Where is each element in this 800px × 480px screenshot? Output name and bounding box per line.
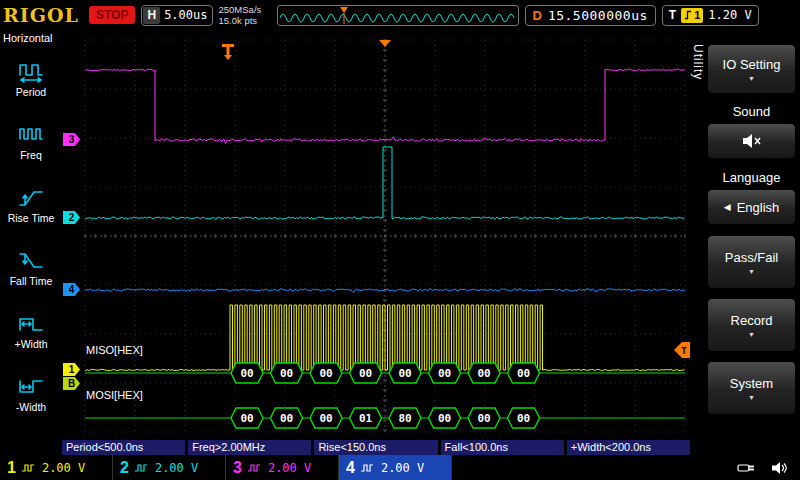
sidebar-item-plus-width[interactable]: +Width: [0, 300, 62, 363]
system-button[interactable]: System ▼: [707, 361, 796, 415]
channel-2-status[interactable]: 2 2.00 V: [113, 455, 226, 480]
channel-1-status[interactable]: 1 2.00 V: [0, 455, 113, 480]
coupling-icon: [21, 463, 35, 473]
svg-text:00: 00: [319, 367, 332, 380]
menu-column: IO Setting ▼ Sound Language ◀ English Pa…: [705, 30, 800, 440]
horizontal-measure-sidebar: Horizontal Period Freq Rise Time Fall Ti…: [0, 30, 62, 440]
miso-bus-label: MISO[HEX]: [86, 344, 143, 356]
measurement-freq[interactable]: Freq>2.00MHz: [188, 440, 311, 455]
chevron-down-icon: ▼: [748, 331, 755, 338]
io-setting-button[interactable]: IO Setting ▼: [707, 44, 796, 94]
waveform-display: 00000000000000000000000180000000T MISO[H…: [62, 30, 690, 440]
svg-text:T: T: [681, 346, 687, 356]
language-value: English: [737, 200, 780, 215]
svg-text:00: 00: [359, 367, 372, 380]
menu-title: Utility: [690, 30, 705, 440]
sidebar-item-minus-width[interactable]: -Width: [0, 363, 62, 426]
chevron-left-icon: ◀: [724, 202, 731, 212]
measurement-bar: Period<500.0ns Freq>2.00MHz Rise<150.0ns…: [62, 440, 690, 455]
measurement-fall[interactable]: Fall<100.0ns: [441, 440, 564, 455]
svg-text:00: 00: [240, 367, 253, 380]
language-button[interactable]: ◀ English: [707, 189, 796, 225]
measurement-rise[interactable]: Rise<150.0ns: [314, 440, 437, 455]
utility-menu: Utility IO Setting ▼ Sound Language ◀ En…: [690, 30, 800, 440]
pass-fail-label: Pass/Fail: [725, 250, 778, 265]
delay-value: 15.5000000us: [548, 8, 648, 23]
channel-scale: 2.00 V: [268, 461, 311, 475]
record-button[interactable]: Record ▼: [707, 298, 796, 352]
svg-text:00: 00: [438, 367, 451, 380]
coupling-icon: [247, 463, 261, 473]
delay-label: D: [533, 8, 542, 23]
sidebar-item-label: +Width: [15, 339, 48, 350]
channel-scale: 2.00 V: [381, 461, 424, 475]
trigger-source: 1: [694, 9, 700, 21]
trigger-readout[interactable]: T 1 1.20 V: [662, 5, 759, 26]
sidebar-item-freq[interactable]: Freq: [0, 111, 62, 174]
sidebar-item-label: Rise Time: [8, 213, 55, 224]
svg-text:00: 00: [319, 412, 332, 425]
sidebar-item-label: Period: [16, 87, 46, 98]
speaker-icon: [771, 461, 788, 475]
waveform-canvas: 00000000000000000000000180000000T: [62, 30, 690, 440]
acquisition-info: 250MSa/s 15.0k pts: [219, 4, 271, 27]
svg-text:01: 01: [359, 412, 373, 425]
channel-number: 1: [7, 459, 16, 477]
svg-text:00: 00: [438, 412, 451, 425]
record-label: Record: [731, 313, 773, 328]
horizontal-timebase-box[interactable]: H 5.00us: [141, 5, 212, 26]
rigol-logo: RIGOL: [3, 4, 83, 26]
trigger-label: T: [669, 8, 676, 22]
top-bar: RIGOL STOP H 5.00us 250MSa/s 15.0k pts D…: [0, 0, 800, 30]
channel-4-status[interactable]: 4 2.00 V: [339, 455, 452, 480]
sound-label: Sound: [707, 104, 796, 120]
period-icon: [16, 61, 46, 83]
preview-wave-icon: [278, 6, 518, 25]
measurement-plus-width[interactable]: +Width<200.0ns: [567, 440, 690, 455]
coupling-icon: [134, 463, 148, 473]
svg-text:00: 00: [240, 412, 253, 425]
channel-3-status[interactable]: 3 2.00 V: [226, 455, 339, 480]
sidebar-item-label: -Width: [16, 402, 46, 413]
trigger-source-chip: 1: [681, 8, 703, 23]
measurement-period[interactable]: Period<500.0ns: [62, 440, 185, 455]
system-label: System: [730, 376, 773, 391]
fall-time-icon: [16, 250, 46, 272]
svg-text:00: 00: [517, 367, 530, 380]
chevron-down-icon: ▼: [748, 75, 755, 82]
sample-rate: 250MSa/s: [219, 4, 271, 15]
waveform-preview[interactable]: [277, 5, 519, 26]
timebase-value: 5.00us: [164, 8, 207, 22]
svg-text:00: 00: [517, 412, 530, 425]
rise-time-icon: [16, 187, 46, 209]
language-label: Language: [707, 170, 796, 186]
svg-text:00: 00: [477, 412, 490, 425]
rising-edge-icon: [684, 10, 692, 20]
svg-text:80: 80: [398, 412, 411, 425]
svg-text:00: 00: [477, 367, 490, 380]
freq-icon: [16, 124, 46, 146]
svg-text:00: 00: [280, 367, 293, 380]
chevron-down-icon: ▼: [748, 394, 755, 401]
sound-button[interactable]: [707, 123, 796, 159]
io-setting-label: IO Setting: [723, 57, 781, 72]
coupling-icon: [360, 463, 374, 473]
sidebar-item-period[interactable]: Period: [0, 48, 62, 111]
pass-fail-button[interactable]: Pass/Fail ▼: [707, 235, 796, 289]
plus-width-icon: [16, 313, 46, 335]
minus-width-icon: [16, 376, 46, 398]
channel-number: 2: [120, 459, 129, 477]
svg-text:00: 00: [398, 367, 411, 380]
sidebar-item-rise-time[interactable]: Rise Time: [0, 174, 62, 237]
channel-number: 3: [233, 459, 242, 477]
channel-number: 4: [346, 459, 355, 477]
sidebar-title: Horizontal: [0, 30, 62, 48]
delay-readout[interactable]: D 15.5000000us: [525, 5, 656, 26]
h-label: H: [143, 7, 160, 24]
channel-status-bar: 1 2.00 V 2 2.00 V 3 2.00 V 4 2.00 V: [0, 455, 800, 480]
sidebar-item-fall-time[interactable]: Fall Time: [0, 237, 62, 300]
sidebar-item-label: Freq: [20, 150, 42, 161]
channel-scale: 2.00 V: [155, 461, 198, 475]
run-state-badge[interactable]: STOP: [89, 6, 135, 24]
memory-depth: 15.0k pts: [219, 15, 271, 26]
